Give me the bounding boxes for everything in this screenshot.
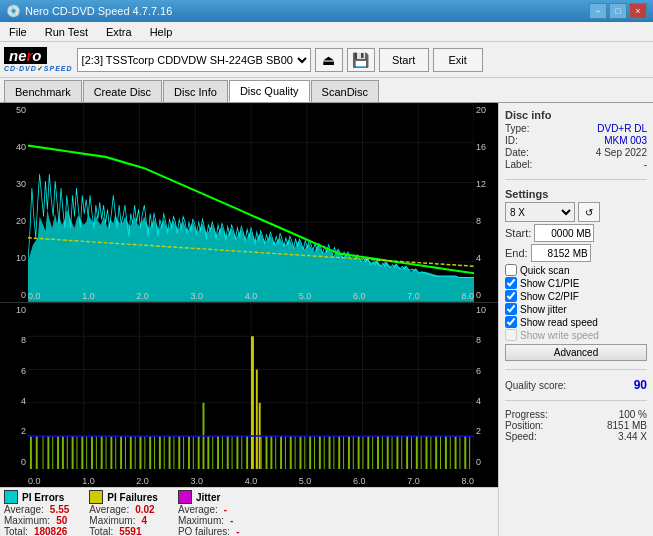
show-c1pie-checkbox[interactable] [505,277,517,289]
save-icon[interactable]: 💾 [347,48,375,72]
svg-rect-86 [295,436,296,469]
jitter-label: Jitter [196,492,220,503]
pi-failures-color [89,490,103,504]
title-bar-left: 💿 Nero CD-DVD Speed 4.7.7.16 [6,4,172,18]
svg-rect-46 [115,436,116,469]
show-jitter-checkbox[interactable] [505,303,517,315]
pi-errors-color [4,490,18,504]
svg-rect-113 [426,436,428,469]
start-mb-input[interactable]: 0000 MB [534,224,594,242]
eject-icon[interactable]: ⏏ [315,48,343,72]
svg-rect-38 [76,436,77,469]
show-c2pif-checkbox[interactable] [505,290,517,302]
refresh-icon[interactable]: ↺ [578,202,600,222]
quick-scan-row: Quick scan [505,264,647,276]
legend-area: PI Errors Average: 5.55 Maximum: 50 Tota… [0,487,498,536]
divider-3 [505,400,647,401]
svg-rect-50 [135,436,136,469]
svg-rect-55 [159,436,161,469]
start-button[interactable]: Start [379,48,429,72]
svg-rect-104 [382,436,383,469]
svg-rect-94 [333,436,334,469]
svg-rect-92 [324,436,325,469]
show-read-speed-checkbox[interactable] [505,316,517,328]
svg-rect-54 [154,436,155,469]
quick-scan-checkbox[interactable] [505,264,517,276]
exit-button[interactable]: Exit [433,48,483,72]
svg-rect-34 [57,436,59,469]
drive-selector[interactable]: [2:3] TSSTcorp CDDVDW SH-224GB SB00 [77,48,311,72]
svg-rect-108 [401,436,402,469]
menu-run-test[interactable]: Run Test [40,25,93,39]
svg-rect-73 [246,436,248,469]
tab-scan-disc[interactable]: ScanDisc [311,80,379,102]
svg-rect-112 [421,436,422,469]
advanced-button[interactable]: Advanced [505,344,647,361]
svg-rect-52 [144,436,145,469]
main-content: 50 40 30 20 10 0 20 16 12 8 4 0 [0,103,653,536]
svg-rect-65 [207,436,209,469]
bottom-chart-svg [28,303,474,469]
svg-rect-120 [459,436,460,469]
toolbar: nero CD·DVD✓SPEED [2:3] TSSTcorp CDDVDW … [0,42,653,78]
svg-rect-62 [193,436,194,469]
show-write-speed-row: Show write speed [505,329,647,341]
svg-rect-48 [125,436,126,469]
menu-file[interactable]: File [4,25,32,39]
tab-create-disc[interactable]: Create Disc [83,80,162,102]
svg-rect-36 [67,436,68,469]
svg-rect-29 [30,436,32,469]
legend-pi-failures: PI Failures Average: 0.02 Maximum: 4 Tot… [89,490,158,536]
jitter-color [178,490,192,504]
disc-label-row: Label: - [505,159,647,170]
svg-rect-85 [290,436,292,469]
divider-1 [505,179,647,180]
svg-rect-110 [411,436,412,469]
svg-rect-44 [106,436,107,469]
svg-rect-93 [329,436,331,469]
svg-rect-117 [445,436,447,469]
tab-benchmark[interactable]: Benchmark [4,80,82,102]
svg-rect-31 [43,436,44,469]
svg-rect-43 [101,436,103,469]
svg-rect-42 [96,436,97,469]
svg-rect-70 [232,436,233,469]
disc-info-title: Disc info [505,109,647,121]
svg-rect-32 [47,436,49,469]
svg-rect-106 [392,436,393,469]
svg-rect-39 [81,436,83,469]
tab-disc-quality[interactable]: Disc Quality [229,80,310,102]
menu-help[interactable]: Help [145,25,178,39]
maximize-button[interactable]: □ [609,3,627,19]
pi-errors-label: PI Errors [22,492,64,503]
show-c2pif-row: Show C2/PIF [505,290,647,302]
svg-rect-91 [319,436,321,469]
svg-rect-56 [164,436,165,469]
chart-section: 50 40 30 20 10 0 20 16 12 8 4 0 [0,103,498,536]
svg-rect-89 [309,436,311,469]
end-mb-input[interactable] [531,244,591,262]
title-bar: 💿 Nero CD-DVD Speed 4.7.7.16 − □ × [0,0,653,22]
divider-2 [505,369,647,370]
svg-rect-101 [367,436,369,469]
svg-rect-53 [149,436,151,469]
svg-rect-78 [251,336,254,469]
close-button[interactable]: × [629,3,647,19]
quality-score-row: Quality score: 90 [505,378,647,392]
svg-rect-35 [62,436,64,469]
svg-rect-59 [178,436,180,469]
position-row: Position: 8151 MB [505,420,647,431]
pi-failures-label: PI Failures [107,492,158,503]
top-chart-svg [28,103,474,302]
tab-disc-info[interactable]: Disc Info [163,80,228,102]
show-write-speed-checkbox[interactable] [505,329,517,341]
svg-rect-115 [435,436,437,469]
show-c1pie-row: Show C1/PIE [505,277,647,289]
legend-pi-errors: PI Errors Average: 5.55 Maximum: 50 Tota… [4,490,69,536]
svg-rect-76 [261,436,262,469]
menu-extra[interactable]: Extra [101,25,137,39]
charts-container: 50 40 30 20 10 0 20 16 12 8 4 0 [0,103,498,487]
minimize-button[interactable]: − [589,3,607,19]
speed-selector[interactable]: 8 X Max 4 X 2 X 1 X [505,202,575,222]
show-jitter-row: Show jitter [505,303,647,315]
